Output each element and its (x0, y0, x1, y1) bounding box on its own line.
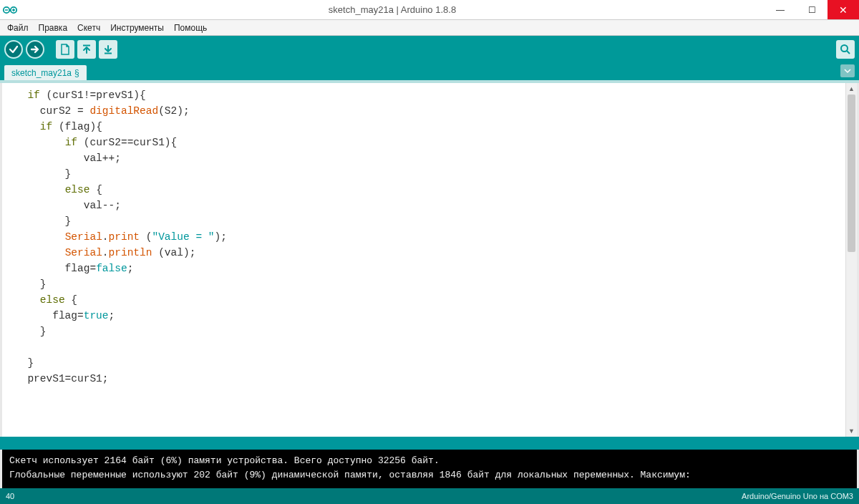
open-button[interactable] (77, 40, 96, 59)
tab-sketch[interactable]: sketch_may21a§ (4, 65, 87, 80)
menu-help[interactable]: Помощь (170, 21, 211, 34)
window-title: sketch_may21a | Arduino 1.8.8 (20, 4, 765, 15)
upload-button[interactable] (26, 40, 44, 59)
minimize-button[interactable]: — (765, 0, 796, 19)
editor-scrollbar[interactable]: ▲ ▼ (845, 83, 857, 437)
verify-button[interactable] (4, 40, 23, 59)
menu-sketch[interactable]: Скетч (73, 21, 105, 34)
tab-dropdown-button[interactable] (840, 64, 855, 77)
menu-tools[interactable]: Инструменты (106, 21, 168, 34)
svg-point-7 (841, 45, 848, 52)
console-line-1: Скетч использует 2164 байт (6%) памяти у… (9, 455, 440, 466)
window-controls: — ☐ ✕ (765, 0, 859, 19)
editor-area: if (curS1!=prevS1){ curS2 = digitalRead(… (0, 83, 859, 437)
menubar: Файл Правка Скетч Инструменты Помощь (0, 20, 859, 36)
menu-file[interactable]: Файл (3, 21, 33, 34)
serial-monitor-button[interactable] (836, 40, 855, 59)
arrow-right-icon (30, 44, 40, 54)
console-line-2: Глобальные переменные используют 202 бай… (9, 470, 691, 480)
board-port-info: Arduino/Genuino Uno на COM3 (742, 492, 853, 500)
titlebar: sketch_may21a | Arduino 1.8.8 — ☐ ✕ (0, 0, 859, 20)
scroll-up-icon[interactable]: ▲ (846, 83, 857, 94)
save-button[interactable] (99, 40, 117, 59)
close-button[interactable]: ✕ (828, 0, 859, 19)
tabbar: sketch_may21a§ (0, 63, 859, 80)
arrow-up-icon (82, 44, 92, 54)
line-number: 40 (6, 492, 14, 500)
code-editor[interactable]: if (curS1!=prevS1){ curS2 = digitalRead(… (2, 83, 857, 437)
chevron-down-icon (844, 67, 851, 74)
scroll-down-icon[interactable]: ▼ (846, 425, 857, 437)
new-button[interactable] (56, 40, 74, 59)
message-bar (0, 437, 859, 450)
arduino-app-icon (0, 0, 20, 20)
status-footer: 40 Arduino/Genuino Uno на COM3 (0, 488, 859, 504)
arrow-down-icon (103, 44, 113, 54)
menu-edit[interactable]: Правка (34, 21, 72, 34)
magnifier-icon (840, 44, 851, 55)
output-console[interactable]: Скетч использует 2164 байт (6%) памяти у… (0, 450, 859, 488)
tab-modified-indicator: § (74, 68, 79, 78)
check-icon (9, 44, 19, 54)
toolbar (0, 36, 859, 63)
maximize-button[interactable]: ☐ (796, 0, 828, 19)
tab-name: sketch_may21a (11, 68, 72, 78)
file-icon (60, 44, 70, 55)
svg-line-8 (847, 51, 850, 54)
scroll-thumb[interactable] (848, 94, 855, 252)
